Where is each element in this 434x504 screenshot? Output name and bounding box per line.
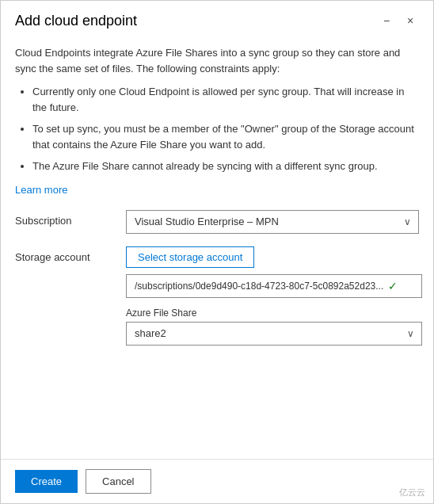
cancel-button[interactable]: Cancel [86, 469, 150, 494]
dialog-title: Add cloud endpoint [15, 13, 137, 29]
form-section: Subscription Visual Studio Enterprise – … [15, 210, 419, 346]
azure-file-share-select-wrapper: share2share1share3 [126, 322, 422, 346]
azure-file-share-group: Azure File Share share2share1share3 [126, 307, 422, 346]
bullet-item-2: To set up sync, you must be a member of … [32, 121, 419, 152]
subscription-select[interactable]: Visual Studio Enterprise – MPN [126, 210, 419, 234]
storage-account-section: Select storage account /subscriptions/0d… [126, 246, 422, 346]
dialog-header: Add cloud endpoint − × [1, 1, 433, 37]
header-controls: − × [378, 12, 419, 29]
subscription-label: Subscription [15, 210, 126, 227]
dialog-body: Cloud Endpoints integrate Azure File Sha… [1, 37, 433, 459]
azure-file-share-select[interactable]: share2share1share3 [126, 322, 422, 346]
subscription-select-wrapper: Visual Studio Enterprise – MPN [126, 210, 419, 234]
create-button[interactable]: Create [15, 470, 78, 493]
subscription-row: Subscription Visual Studio Enterprise – … [15, 210, 419, 234]
checkmark-icon: ✓ [388, 280, 398, 292]
azure-file-share-label: Azure File Share [126, 307, 422, 319]
dialog-footer: Create Cancel [1, 459, 433, 503]
bullet-item-3: The Azure File Share cannot already be s… [32, 158, 419, 174]
bullet-list: Currently only one Cloud Endpoint is all… [15, 84, 419, 174]
storage-account-label: Storage account [15, 246, 126, 263]
add-cloud-endpoint-dialog: Add cloud endpoint − × Cloud Endpoints i… [0, 0, 434, 504]
watermark: 亿云云 [399, 487, 425, 498]
close-button[interactable]: × [402, 12, 419, 29]
storage-account-row: Storage account Select storage account /… [15, 246, 419, 346]
select-storage-account-button[interactable]: Select storage account [126, 246, 254, 268]
description-intro: Cloud Endpoints integrate Azure File Sha… [15, 45, 419, 76]
minimize-button[interactable]: − [378, 12, 395, 29]
storage-path-display: /subscriptions/0de9d490-c18d-4723-80c7-5… [126, 274, 422, 298]
learn-more-link[interactable]: Learn more [15, 184, 67, 196]
bullet-item-1: Currently only one Cloud Endpoint is all… [32, 84, 419, 115]
storage-path-text: /subscriptions/0de9d490-c18d-4723-80c7-5… [135, 281, 383, 292]
subscription-control: Visual Studio Enterprise – MPN [126, 210, 419, 234]
